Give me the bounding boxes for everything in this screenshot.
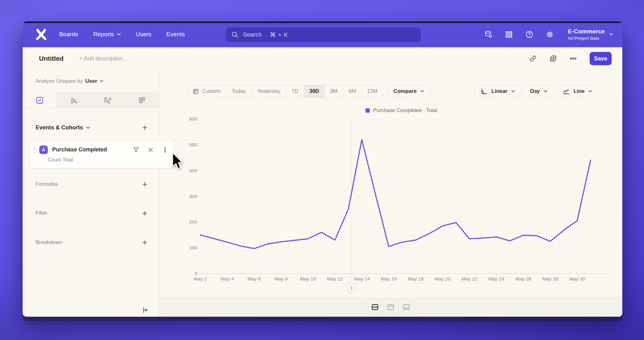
line-chart[interactable]: 0100200300400500600May 2May 4May 6May 8M… <box>185 112 616 294</box>
x-tick-label: May 4 <box>220 276 234 281</box>
analyze-uniques-control[interactable]: Analyze Uniques by User <box>36 78 103 84</box>
tab-insights-line[interactable] <box>23 93 57 108</box>
line-chart-icon <box>35 96 44 105</box>
x-tick-label: May 16 <box>381 276 397 281</box>
add-event-button[interactable] <box>142 125 147 130</box>
event-name[interactable]: Purchase Completed <box>52 146 107 153</box>
tab-flow[interactable] <box>91 93 125 108</box>
chart-type-selector[interactable]: Line <box>557 85 598 98</box>
add-breakdown-button[interactable] <box>142 240 147 245</box>
date-range-3m[interactable]: 3M <box>325 85 343 97</box>
line-chart-icon <box>563 88 570 95</box>
y-tick-label: 200 <box>189 219 197 224</box>
nav-link-users[interactable]: Users <box>136 31 152 38</box>
duplicate-icon[interactable] <box>549 55 557 62</box>
x-tick-label: May 2 <box>194 276 207 281</box>
calendar-icon <box>192 88 199 95</box>
date-range-yesterday[interactable]: Yesterday <box>252 85 286 97</box>
dots-grid-icon <box>137 96 146 105</box>
event-card[interactable]: A Purchase Completed <box>30 141 174 168</box>
add-description[interactable]: + Add description... <box>79 55 128 62</box>
scale-selector[interactable]: Linear <box>475 85 521 98</box>
breakdown-section: Breakdown <box>36 239 147 246</box>
layout-toggle-panel-top[interactable] <box>383 300 399 314</box>
bottom-bar <box>159 297 622 317</box>
query-sidebar: Analyze Uniques by User <box>23 70 159 317</box>
drag-handle-icon[interactable] <box>33 146 37 153</box>
window-top-edge <box>23 21 622 23</box>
x-tick-label: May 24 <box>488 276 504 281</box>
add-filter-button[interactable] <box>142 211 147 216</box>
y-tick-label: 100 <box>189 245 197 250</box>
chevron-down-icon <box>100 80 103 82</box>
y-tick-label: 500 <box>189 142 197 147</box>
nav-link-boards[interactable]: Boards <box>59 31 78 38</box>
report-title-bar: Untitled + Add description... Save <box>23 47 622 70</box>
nav-links: BoardsReportsUsersEvents <box>59 31 185 38</box>
series-line[interactable] <box>200 140 591 249</box>
filter-funnel-icon[interactable] <box>133 147 139 153</box>
x-tick-label: May 12 <box>327 276 343 281</box>
tab-retention-dots[interactable] <box>125 93 159 108</box>
chart-panel: CustomTodayYesterday7D30D3M6M12M Compare… <box>159 70 622 317</box>
search-shortcut: ⌘ + K <box>270 31 288 38</box>
chevron-down-icon <box>588 90 592 93</box>
date-range-7d[interactable]: 7D <box>286 85 304 97</box>
collapse-sidebar-button[interactable] <box>142 306 149 314</box>
chevron-down-icon <box>117 33 121 36</box>
x-tick-label: May 10 <box>300 276 316 281</box>
share-link-icon[interactable] <box>529 55 537 62</box>
formulas-label: Formulas <box>36 181 58 187</box>
y-tick-label: 600 <box>189 116 197 122</box>
more-menu-icon[interactable] <box>569 55 577 62</box>
compare-button[interactable]: Compare <box>387 85 430 98</box>
tab-bar-chart[interactable] <box>57 93 91 108</box>
title-actions: Save <box>529 52 612 65</box>
date-range-12m[interactable]: 12M <box>362 85 383 97</box>
x-tick-label: May 18 <box>408 276 424 281</box>
chevron-down-icon <box>86 127 90 129</box>
nav-link-events[interactable]: Events <box>166 31 185 38</box>
x-tick-label: May 22 <box>462 276 478 281</box>
project-switcher[interactable]: E-Commerce All Project Data <box>568 28 613 41</box>
y-tick-label: 400 <box>189 168 197 173</box>
panel-top-icon <box>387 303 395 311</box>
search-input[interactable]: Search ⌘ + K <box>226 27 421 42</box>
x-tick-label: May 26 <box>515 276 531 281</box>
axis-icon <box>480 88 488 95</box>
nav-link-reports[interactable]: Reports <box>93 31 121 38</box>
apps-grid-icon[interactable] <box>505 30 513 39</box>
save-button[interactable]: Save <box>590 52 612 65</box>
x-tick-label: May 30 <box>569 276 585 281</box>
chevron-down-icon <box>511 90 515 93</box>
breakdown-label: Breakdown <box>36 239 62 246</box>
x-tick-label: May 6 <box>247 276 261 281</box>
date-range-6m[interactable]: 6M <box>343 85 362 97</box>
mixpanel-logo-icon[interactable] <box>34 27 48 42</box>
top-nav: BoardsReportsUsersEvents Search ⌘ + K <box>23 21 622 47</box>
interval-selector[interactable]: Day <box>524 85 553 98</box>
chart-controls: CustomTodayYesterday7D30D3M6M12M Compare… <box>187 85 598 98</box>
app-window: BoardsReportsUsersEvents Search ⌘ + K <box>23 21 622 317</box>
event-measurement[interactable]: Count Total <box>48 157 174 163</box>
filter-label: Filter <box>36 210 47 216</box>
data-management-icon[interactable] <box>484 30 493 39</box>
help-icon[interactable] <box>525 30 534 39</box>
date-range-custom[interactable]: Custom <box>187 85 226 97</box>
event-badge: A <box>39 145 48 154</box>
chevron-down-icon <box>544 90 547 93</box>
flow-icon <box>103 96 112 105</box>
layout-toggle-split-rows[interactable] <box>367 300 383 314</box>
layout-toggle-panel-bottom[interactable] <box>399 300 414 314</box>
date-range-selector: CustomTodayYesterday7D30D3M6M12M <box>187 85 383 98</box>
date-range-30d[interactable]: 30D <box>304 85 325 97</box>
analyze-value: User <box>85 78 97 84</box>
add-formula-button[interactable] <box>142 182 147 187</box>
report-title[interactable]: Untitled <box>39 55 64 62</box>
settings-gear-icon[interactable] <box>546 30 554 39</box>
remove-event-icon[interactable] <box>147 147 154 153</box>
chevron-down-icon <box>420 90 424 93</box>
chevron-down-icon <box>609 33 613 36</box>
events-cohorts-label[interactable]: Events & Cohorts <box>36 124 90 131</box>
date-range-today[interactable]: Today <box>226 85 252 97</box>
